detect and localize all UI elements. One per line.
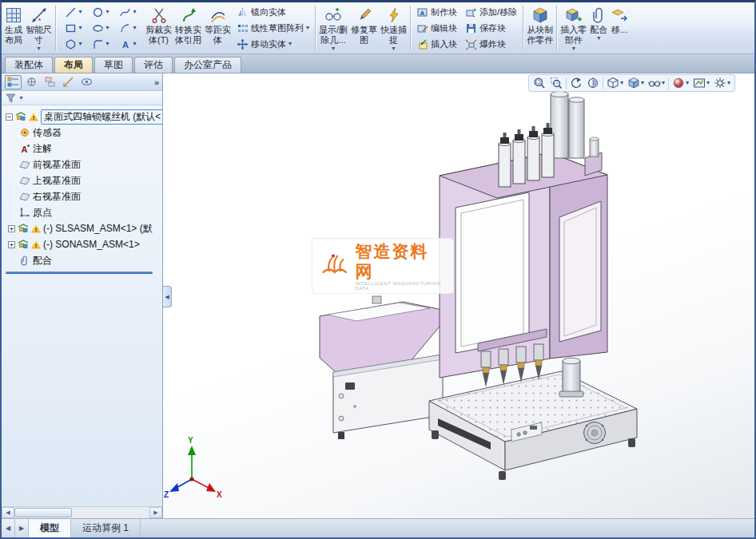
dropdown-arrow-icon: ▾ bbox=[597, 35, 600, 42]
save-block-icon bbox=[465, 22, 477, 34]
tree-row-slsasm[interactable]: + ! (-) SLSASM_ASM<1> (默 bbox=[3, 220, 162, 236]
move-component-button[interactable]: 移... bbox=[609, 3, 630, 53]
svg-text:*: * bbox=[38, 17, 42, 24]
tree-item-label: 传感器 bbox=[33, 126, 62, 140]
tree-row-annotations[interactable]: A 注解 bbox=[3, 141, 162, 157]
svg-text:A: A bbox=[22, 145, 28, 154]
study-tabs-scroll-right-button[interactable]: ▶ bbox=[15, 519, 29, 537]
property-manager-tab[interactable] bbox=[23, 75, 40, 89]
dropdown-arrow-icon: ▾ bbox=[620, 80, 623, 86]
tree-row-origin[interactable]: 原点 bbox=[3, 204, 162, 220]
mate-button[interactable]: 配合 ▾ bbox=[588, 3, 609, 53]
display-manager-tab[interactable] bbox=[78, 75, 95, 89]
filter-dropdown-icon[interactable]: ▼ bbox=[18, 95, 24, 101]
tab-sketch[interactable]: 草图 bbox=[94, 57, 133, 73]
tree-row-top-plane[interactable]: 上视基准面 bbox=[3, 172, 162, 188]
expand-expander-icon[interactable]: + bbox=[8, 241, 15, 248]
create-layout-button[interactable]: 生成 布局 bbox=[3, 3, 24, 53]
study-tabs-scroll-left-button[interactable]: ◀ bbox=[2, 519, 15, 537]
tab-layout[interactable]: 布局 bbox=[54, 57, 93, 73]
scroll-right-button[interactable]: ▶ bbox=[149, 507, 162, 518]
model-canvas[interactable]: Y X Z bbox=[163, 73, 754, 518]
tree-row-front-plane[interactable]: 前视基准面 bbox=[3, 157, 162, 172]
linear-sketch-pattern-button[interactable]: 线性草图阵列 ▾ bbox=[234, 21, 312, 36]
filter-funnel-icon[interactable] bbox=[6, 93, 16, 103]
display-style-icon bbox=[627, 77, 640, 89]
dim-xpert-tab[interactable] bbox=[60, 75, 77, 89]
tree-filter-row: ▼ bbox=[2, 91, 162, 105]
rollback-bar[interactable] bbox=[6, 271, 153, 274]
display-delete-relations-button[interactable]: 显示/删 除几... ▾ bbox=[317, 3, 349, 53]
tree-horizontal-scrollbar[interactable]: ◀ ▶ bbox=[2, 506, 162, 518]
plane-icon bbox=[19, 159, 30, 170]
apply-scene-button[interactable]: ▾ bbox=[691, 75, 711, 91]
expand-expander-icon[interactable]: + bbox=[8, 225, 15, 232]
explode-block-button[interactable]: 爆炸块 bbox=[463, 37, 519, 52]
model-feeder-unit[interactable] bbox=[320, 296, 443, 439]
arc-tool-button[interactable]: ▾ bbox=[114, 20, 141, 36]
save-block-button[interactable]: 保存块 bbox=[463, 21, 519, 36]
panel-overflow-chevron[interactable]: » bbox=[154, 77, 159, 87]
text-tool-button[interactable]: A ▾ bbox=[114, 36, 141, 52]
quick-snaps-button[interactable]: 快速捕 捉 ▾ bbox=[379, 3, 408, 53]
insert-components-button[interactable]: 插入零 部件 ▾ bbox=[559, 3, 588, 53]
model-machine-body[interactable] bbox=[440, 81, 607, 397]
section-view-icon bbox=[587, 77, 599, 89]
model-base-table[interactable] bbox=[429, 371, 637, 480]
fillet-tool-button[interactable]: ▾ bbox=[87, 36, 114, 52]
make-block-button[interactable]: A 制作块 bbox=[414, 5, 460, 20]
smart-dimension-button[interactable]: * 智能尺 寸 ▾ bbox=[24, 3, 54, 53]
tab-office-products[interactable]: 办公室产品 bbox=[174, 57, 241, 73]
add-remove-button[interactable]: +- 添加/移除 bbox=[463, 5, 519, 20]
trim-entities-label-line2: 体(T) bbox=[149, 35, 169, 46]
tree-row-sensors[interactable]: 传感器 bbox=[3, 125, 162, 141]
line-tool-button[interactable]: ▾ bbox=[60, 4, 87, 20]
tab-assembly[interactable]: 装配体 bbox=[5, 57, 53, 73]
scroll-left-button[interactable]: ◀ bbox=[2, 507, 14, 518]
display-style-button[interactable]: ▾ bbox=[626, 75, 646, 91]
tab-evaluate[interactable]: 评估 bbox=[134, 57, 173, 73]
model-tab[interactable]: 模型 bbox=[29, 519, 71, 537]
tree-row-right-plane[interactable]: 右视基准面 bbox=[3, 188, 162, 204]
make-part-from-block-button[interactable]: 从块制 作零件 bbox=[525, 3, 555, 53]
configuration-manager-tab[interactable] bbox=[42, 75, 58, 89]
ribbon-separator bbox=[556, 6, 557, 50]
panel-collapse-button[interactable]: ◀ bbox=[163, 286, 172, 307]
display-delete-relations-label-line1: 显示/删 bbox=[319, 25, 348, 35]
edit-block-button[interactable]: 编辑块 bbox=[414, 21, 460, 36]
section-view-button[interactable] bbox=[585, 75, 601, 91]
scrollbar-track[interactable] bbox=[14, 507, 149, 518]
hide-show-items-button[interactable]: ▾ bbox=[647, 75, 666, 91]
tree-row-sonasm[interactable]: + ! (-) SONASM_ASM<1> bbox=[3, 236, 162, 252]
feature-manager-tab[interactable] bbox=[5, 75, 22, 89]
mirror-entities-button[interactable]: 镜向实体 bbox=[234, 5, 312, 20]
convert-entities-button[interactable]: 转换实 体引用 bbox=[173, 3, 203, 53]
tree-row-assembly-root[interactable]: − ! 桌面式四轴锁螺丝机 (默认< bbox=[3, 109, 162, 125]
polygon-tool-button[interactable]: ▾ bbox=[60, 36, 87, 52]
make-block-icon: A bbox=[416, 6, 428, 18]
insert-block-button[interactable]: 插入块 bbox=[414, 37, 460, 52]
rectangle-tool-button[interactable]: ▾ bbox=[60, 20, 87, 36]
ellipse-tool-button[interactable]: ▾ bbox=[87, 20, 114, 36]
view-settings-button[interactable]: ▾ bbox=[712, 75, 732, 91]
spline-tool-button[interactable]: ▾ bbox=[114, 4, 141, 20]
zoom-to-area-button[interactable] bbox=[548, 75, 564, 91]
circle-tool-button[interactable]: ▾ bbox=[87, 4, 114, 20]
trim-entities-button[interactable]: 剪裁实 体(T) bbox=[144, 3, 173, 53]
motion-study-tab[interactable]: 运动算例 1 bbox=[71, 519, 141, 537]
zoom-to-fit-button[interactable] bbox=[531, 75, 547, 91]
graphics-viewport[interactable]: Y X Z bbox=[163, 73, 754, 518]
tab-sketch-label: 草图 bbox=[104, 58, 123, 72]
edit-appearance-button[interactable]: ▾ bbox=[670, 75, 690, 91]
collapse-expander-icon[interactable]: − bbox=[6, 113, 13, 121]
move-component-label: 移... bbox=[611, 25, 627, 35]
move-entities-button[interactable]: 移动实体 ▾ bbox=[234, 37, 312, 52]
repair-sketch-button[interactable]: 修复草 图 bbox=[349, 3, 379, 53]
scrollbar-thumb[interactable] bbox=[14, 508, 72, 517]
previous-view-button[interactable] bbox=[568, 75, 584, 91]
annotations-icon: A bbox=[19, 143, 30, 154]
tree-row-mates[interactable]: 配合 bbox=[3, 252, 162, 268]
view-orientation-button[interactable]: ▾ bbox=[605, 75, 625, 91]
hide-show-items-icon bbox=[648, 77, 661, 89]
offset-entities-button[interactable]: 等距实 体 bbox=[203, 3, 233, 53]
